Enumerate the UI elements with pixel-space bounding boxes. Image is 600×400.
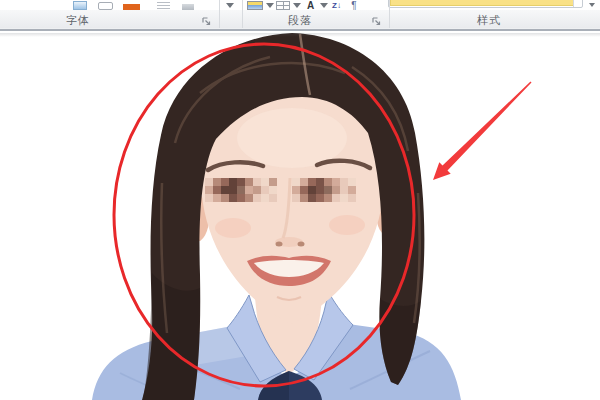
style-gallery-more-button[interactable] bbox=[588, 1, 598, 9]
group-label-font: 字体 bbox=[66, 13, 90, 28]
group-label-styles: 样式 bbox=[477, 13, 501, 28]
document-graphics bbox=[0, 33, 600, 400]
ribbon-group-label-row: 字体 段落 样式 bbox=[0, 10, 600, 28]
group-divider bbox=[242, 0, 243, 28]
document-canvas bbox=[0, 33, 600, 400]
style-gallery[interactable] bbox=[388, 0, 583, 8]
cheek-blush-left bbox=[215, 218, 251, 238]
paragraph-dialog-launcher-icon[interactable] bbox=[372, 13, 382, 23]
left-eye-mosaic bbox=[205, 178, 277, 202]
sort-icon[interactable]: Z↓ bbox=[330, 1, 343, 10]
character-border-icon[interactable] bbox=[98, 2, 113, 10]
nostril-right bbox=[298, 242, 305, 247]
ribbon: AZ↓¶ 字体 段落 样式 bbox=[0, 0, 600, 33]
shading-bucket-icon[interactable] bbox=[247, 1, 263, 10]
portrait-photo[interactable] bbox=[92, 33, 461, 400]
style-gallery-selected-item[interactable] bbox=[390, 0, 574, 6]
show-formatting-marks-icon[interactable]: ¶ bbox=[349, 1, 359, 10]
right-eye-mosaic bbox=[292, 178, 356, 202]
group-label-paragraph: 段落 bbox=[288, 13, 312, 28]
phonetic-guide-icon[interactable] bbox=[73, 1, 87, 10]
shading-dropdown-icon[interactable] bbox=[266, 3, 274, 8]
cheek-blush-right bbox=[329, 215, 365, 235]
character-shading-icon[interactable]: A bbox=[304, 1, 317, 10]
chevron-down-icon bbox=[589, 3, 595, 7]
group-divider bbox=[219, 0, 220, 28]
ribbon-border-dark bbox=[0, 29, 600, 31]
borders-dropdown-icon[interactable] bbox=[293, 3, 301, 8]
borders-grid-icon[interactable] bbox=[276, 1, 290, 10]
forehead-highlight bbox=[237, 108, 347, 168]
character-scale-icon[interactable] bbox=[157, 2, 170, 10]
character-shading-dropdown-icon[interactable] bbox=[320, 3, 328, 8]
line-spacing-dropdown-icon[interactable] bbox=[226, 3, 234, 8]
arrow-annotation[interactable] bbox=[433, 82, 532, 181]
nostril-left bbox=[276, 242, 283, 247]
style-gallery-divider bbox=[573, 0, 574, 7]
application-window: AZ↓¶ 字体 段落 样式 bbox=[0, 0, 600, 400]
font-dialog-launcher-icon[interactable] bbox=[202, 13, 212, 23]
group-divider bbox=[389, 0, 390, 28]
